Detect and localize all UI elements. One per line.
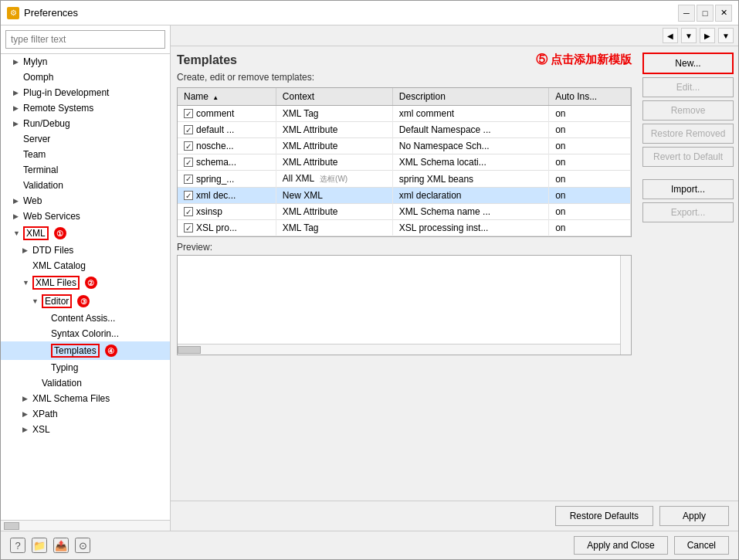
sidebar-item-templates[interactable]: Templates ④ [1,341,170,360]
checkbox-icon: ✓ [184,175,193,184]
footer-right: Apply and Close Cancel [574,536,729,555]
sidebar-item-server[interactable]: Server [1,131,170,147]
arrow-icon: ▶ [13,212,21,220]
close-button[interactable]: ✕ [715,5,732,22]
folder-button[interactable]: 📁 [32,538,47,553]
preview-label: Preview: [177,242,632,253]
sidebar-item-terminal[interactable]: Terminal [1,162,170,178]
context-val: All XML [283,173,314,184]
sidebar-item-label: DTD Files [32,245,73,256]
arrow-icon: ▼ [22,279,30,287]
sidebar-item-content-assist[interactable]: Content Assis... [1,311,170,326]
sidebar-item-xml[interactable]: ▼ XML ① [1,224,170,243]
restore-removed-button[interactable]: Restore Removed [642,124,734,144]
cell-name: ✓xsinsp [178,204,276,220]
left-panel: ▶ Mylyn Oomph ▶ Plug-in Development ▶ Re… [1,25,171,531]
table-row[interactable]: ✓default ... XML Attribute Default Names… [178,122,631,138]
back-button[interactable]: ◀ [663,28,678,43]
maximize-button[interactable]: □ [697,5,714,22]
col-description-label: Description [399,91,446,102]
sidebar-item-plugin-dev[interactable]: ▶ Plug-in Development [1,85,170,100]
table-row[interactable]: ✓ spring_... All XML 选框(W) spring XML be… [178,171,631,188]
forward-button[interactable]: ▶ [700,28,715,43]
import-button[interactable]: Import... [642,179,734,199]
sidebar-item-validation2[interactable]: Validation [1,375,170,391]
sidebar-item-label: XPath [32,409,58,419]
cell-auto: on [549,204,631,220]
forward-dropdown-button[interactable]: ▼ [718,28,734,43]
restore-defaults-button[interactable]: Restore Defaults [555,506,653,526]
help-button[interactable]: ? [10,538,25,553]
preview-scrollbar-h[interactable] [178,344,620,355]
remove-button[interactable]: Remove [642,100,734,120]
cell-auto: on [549,220,631,236]
table-row[interactable]: ✓nosche... XML Attribute No Namespace Sc… [178,138,631,154]
checkbox-icon: ✓ [184,223,193,232]
edit-button[interactable]: Edit... [642,77,734,97]
apply-button[interactable]: Apply [659,506,729,526]
table-row[interactable]: ✓schema... XML Attribute XML Schema loca… [178,154,631,171]
cell-desc: Default Namespace ... [392,122,548,138]
sidebar-item-label: Content Assis... [51,313,115,324]
table-row[interactable]: ✓XSL pro... XML Tag XSL processing inst.… [178,220,631,236]
sidebar-item-typing[interactable]: Typing [1,360,170,375]
settings-button[interactable]: ⊙ [75,538,90,553]
sidebar-item-syntax-coloring[interactable]: Syntax Colorin... [1,326,170,341]
cell-name-val: nosche... [196,141,234,151]
sidebar-item-label: Typing [51,362,78,373]
sidebar-item-run-debug[interactable]: ▶ Run/Debug [1,116,170,131]
revert-to-default-button[interactable]: Revert to Default [642,147,734,167]
preview-scrollbar-v[interactable] [620,256,631,355]
sidebar-item-web[interactable]: ▶ Web [1,193,170,209]
cancel-button[interactable]: Cancel [674,536,729,555]
back-dropdown-button[interactable]: ▼ [681,28,697,43]
checkbox-icon: ✓ [184,207,193,216]
sidebar-item-dtd-files[interactable]: ▶ DTD Files [1,243,170,258]
export-button[interactable]: Export... [642,202,734,222]
sort-arrow-icon: ▲ [212,94,219,101]
cell-name: ✓XSL pro... [178,220,276,236]
cell-name-val: XSL pro... [196,222,237,233]
scrollbar-thumb-h [4,522,19,530]
table-row[interactable]: ✓xml dec... New XML xml declaration on [178,188,631,204]
sidebar-item-xsl[interactable]: ▶ XSL [1,422,170,437]
sidebar-item-label: Validation [42,378,82,389]
sidebar-item-label: XML Schema Files [32,393,110,404]
search-box [1,25,170,54]
right-content: Templates ⑤ 点击添加新模版 Create, edit or remo… [171,46,738,501]
sidebar-item-xml-schema-files[interactable]: ▶ XML Schema Files [1,391,170,406]
sidebar-item-xml-catalog[interactable]: XML Catalog [1,258,170,273]
export-button-footer[interactable]: 📤 [53,538,69,553]
sidebar-item-remote-sys[interactable]: ▶ Remote Systems [1,100,170,116]
sidebar-item-oomph[interactable]: Oomph [1,70,170,85]
search-input[interactable] [5,30,165,49]
arrow-icon: ▶ [13,104,21,112]
cell-name: ✓schema... [178,154,276,171]
footer-left: ? 📁 📤 ⊙ [10,538,90,553]
apply-close-button[interactable]: Apply and Close [574,536,667,555]
sidebar-item-editor[interactable]: ▼ Editor ③ [1,292,170,311]
sidebar-item-label: Web Services [23,211,80,222]
new-button[interactable]: New... [642,53,734,74]
minimize-button[interactable]: ─ [678,5,695,22]
cell-name: ✓default ... [178,122,276,138]
sidebar-item-label: Remote Systems [23,103,93,114]
table-row[interactable]: ✓comment XML Tag xml comment on [178,106,631,122]
sidebar-item-xml-files[interactable]: ▼ XML Files ② [1,273,170,292]
title-row: Templates ⑤ 点击添加新模版 [177,53,632,67]
sidebar-item-validation[interactable]: Validation [1,178,170,193]
cell-context: XML Attribute [276,154,392,171]
title-bar: ⚙ Preferences ─ □ ✕ [1,1,738,25]
left-panel-scrollbar-h[interactable] [1,520,170,531]
checkbox-icon: ✓ [184,125,193,134]
sidebar-item-label: Editor [42,294,72,308]
sidebar-item-mylyn[interactable]: ▶ Mylyn [1,54,170,70]
arrow-icon: ▶ [22,395,30,402]
cell-name-val: spring_... [196,174,234,185]
cell-auto: on [549,188,631,204]
sidebar-item-team[interactable]: Team [1,147,170,162]
sidebar-item-web-services[interactable]: ▶ Web Services [1,209,170,224]
cell-name-val: default ... [196,124,234,135]
sidebar-item-xpath[interactable]: ▶ XPath [1,406,170,422]
table-row[interactable]: ✓xsinsp XML Attribute XML Schema name ..… [178,204,631,220]
